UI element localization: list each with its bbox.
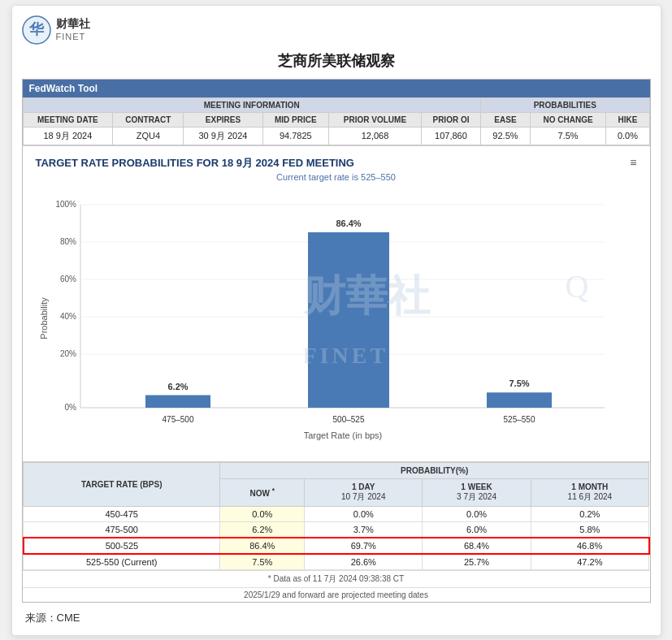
svg-text:475–500: 475–500 (162, 415, 193, 424)
td-now: 6.2% (220, 521, 305, 538)
chart-title: TARGET RATE PROBABILITIES FOR 18 9月 2024… (36, 156, 354, 171)
svg-text:0%: 0% (64, 403, 76, 412)
svg-text:华: 华 (28, 21, 45, 37)
bar-525-550 (487, 392, 552, 408)
td-rate: 475-500 (24, 521, 220, 538)
td-1month: 46.8% (531, 538, 648, 554)
svg-text:60%: 60% (59, 275, 76, 283)
prob-table-wrap: TARGET RATE (BPS) PROBABILITY(%) NOW * 1… (23, 462, 650, 602)
logo-text: 财華社 FINET (56, 16, 90, 42)
th-mid-price: MID PRICE (262, 112, 329, 127)
th-expires: EXPIRES (184, 112, 262, 127)
logo-chinese: 财華社 (56, 16, 90, 31)
td-prior-oi: 107,860 (421, 127, 480, 145)
th-probability: PROBABILITY(%) (220, 462, 649, 478)
th-target-rate: TARGET RATE (BPS) (24, 462, 220, 506)
td-expires: 30 9月 2024 (184, 127, 262, 145)
th-prior-volume: PRIOR VOLUME (329, 112, 422, 127)
td-now: 86.4% (220, 538, 305, 554)
th-1day: 1 DAY10 7月 2024 (305, 478, 423, 506)
td-mid-price: 94.7825 (262, 127, 329, 145)
td-1week: 25.7% (423, 554, 531, 570)
chart-menu-icon[interactable]: ≡ (630, 156, 636, 169)
chart-subtitle: Current target rate is 525–550 (36, 172, 637, 182)
svg-text:40%: 40% (59, 312, 76, 321)
bar-500-525 (308, 232, 389, 408)
footnote1: * Data as of 11 7月 2024 09:38:38 CT (23, 570, 650, 587)
info-table-wrap: MEETING INFORMATION PROBABILITIES MEETIN… (23, 97, 650, 146)
th-prior-oi: PRIOR OI (421, 112, 480, 127)
td-now: 7.5% (220, 554, 305, 570)
td-1day: 3.7% (305, 521, 423, 538)
logo-header: 华 财華社 FINET (22, 15, 651, 45)
svg-text:7.5%: 7.5% (509, 378, 529, 388)
th-1month: 1 MONTH11 6月 2024 (531, 478, 648, 506)
td-hike: 0.0% (606, 127, 649, 145)
svg-text:500–525: 500–525 (332, 415, 364, 424)
svg-text:525–550: 525–550 (503, 415, 535, 424)
td-1month: 5.8% (531, 521, 648, 538)
td-ease: 92.5% (481, 127, 531, 145)
svg-text:80%: 80% (59, 237, 76, 246)
td-1day: 0.0% (305, 506, 423, 521)
td-now: 0.0% (220, 506, 305, 521)
td-contract: ZQU4 (113, 127, 184, 145)
svg-text:86.4%: 86.4% (336, 218, 361, 228)
probabilities-header: PROBABILITIES (481, 97, 649, 112)
td-1month: 0.2% (531, 506, 648, 521)
svg-text:Target Rate (in bps): Target Rate (in bps) (303, 430, 382, 440)
table-row: 475-500 6.2% 3.7% 6.0% 5.8% (24, 521, 649, 538)
footnote2: 2025/1/29 and forward are projected meet… (23, 587, 650, 602)
table-row: 525-550 (Current) 7.5% 26.6% 25.7% 47.2% (24, 554, 649, 570)
page-title: 芝商所美联储观察 (22, 51, 651, 71)
source-line: 来源：CME (22, 611, 651, 625)
logo-english: FINET (56, 31, 90, 42)
td-rate: 500-525 (24, 538, 220, 554)
svg-text:100%: 100% (55, 200, 76, 209)
td-1day: 69.7% (305, 538, 423, 554)
chart-svg-wrap: 财華社FINET Q Probability 100% 80% 60% (36, 188, 637, 452)
svg-text:20%: 20% (59, 349, 76, 358)
td-rate: 450-475 (24, 506, 220, 521)
info-table-row: 18 9月 2024 ZQU4 30 9月 2024 94.7825 12,06… (23, 127, 649, 145)
th-ease: EASE (481, 112, 531, 127)
bar-chart-svg: Probability 100% 80% 60% 40% (36, 188, 637, 448)
table-row: 450-475 0.0% 0.0% 0.0% 0.2% (24, 506, 649, 521)
main-card: 华 财華社 FINET 芝商所美联储观察 FedWatch Tool MEETI… (11, 5, 661, 636)
td-1week: 6.0% (423, 521, 531, 538)
chart-header-row: TARGET RATE PROBABILITIES FOR 18 9月 2024… (36, 156, 637, 172)
fedwatch-header: FedWatch Tool (23, 80, 650, 97)
td-meeting-date: 18 9月 2024 (23, 127, 113, 145)
th-contract: CONTRACT (113, 112, 184, 127)
prob-table: TARGET RATE (BPS) PROBABILITY(%) NOW * 1… (23, 462, 650, 570)
td-1day: 26.6% (305, 554, 423, 570)
table-row-highlighted: 500-525 86.4% 69.7% 68.4% 46.8% (24, 538, 649, 554)
bar-475-500 (145, 395, 210, 408)
logo-icon: 华 (22, 15, 51, 45)
chart-area: TARGET RATE PROBABILITIES FOR 18 9月 2024… (23, 146, 650, 462)
th-hike: HIKE (606, 112, 649, 127)
td-rate: 525-550 (Current) (24, 554, 220, 570)
th-now: NOW * (220, 478, 305, 506)
td-1week: 0.0% (423, 506, 531, 521)
td-prior-volume: 12,068 (329, 127, 422, 145)
fedwatch-container: FedWatch Tool MEETING INFORMATION PROBAB… (22, 79, 651, 603)
meeting-info-header: MEETING INFORMATION (23, 97, 481, 112)
th-1week: 1 WEEK3 7月 2024 (423, 478, 531, 506)
td-1week: 68.4% (423, 538, 531, 554)
info-table: MEETING INFORMATION PROBABILITIES MEETIN… (23, 97, 650, 145)
th-meeting-date: MEETING DATE (23, 112, 113, 127)
td-no-change: 7.5% (530, 127, 606, 145)
td-1month: 47.2% (531, 554, 648, 570)
svg-text:6.2%: 6.2% (167, 382, 188, 391)
svg-text:Probability: Probability (39, 296, 49, 339)
th-no-change: NO CHANGE (530, 112, 606, 127)
